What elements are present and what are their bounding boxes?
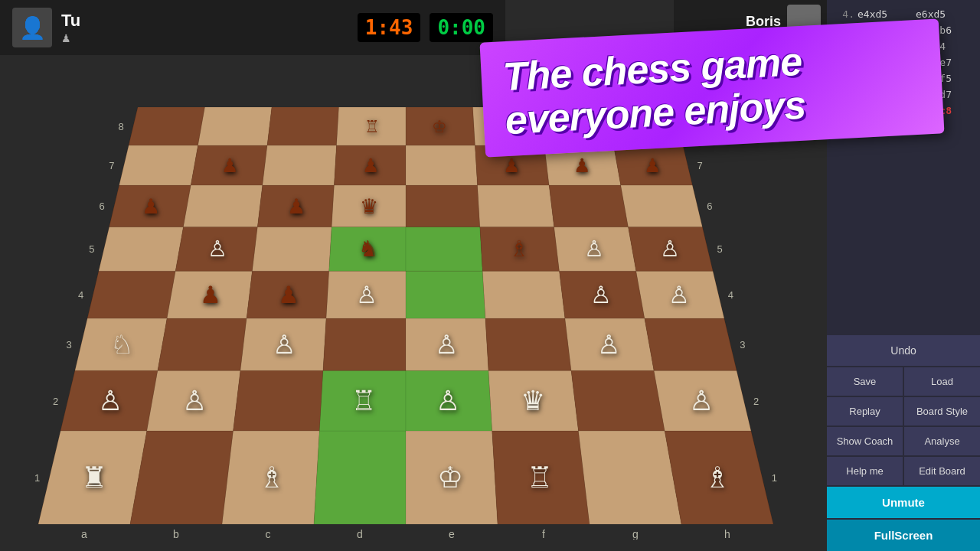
svg-marker-48 xyxy=(621,185,703,227)
svg-text:2: 2 xyxy=(753,396,759,407)
svg-text:b: b xyxy=(173,528,179,540)
svg-text:♟: ♟ xyxy=(278,282,299,308)
svg-text:♙: ♙ xyxy=(668,282,690,308)
svg-text:♙: ♙ xyxy=(207,236,227,261)
fullscreen-button[interactable]: FullScreen xyxy=(827,520,980,551)
svg-text:♟: ♟ xyxy=(287,195,305,218)
svg-marker-42 xyxy=(184,185,263,227)
svg-text:7: 7 xyxy=(109,160,114,171)
move-white[interactable]: e4xd5 xyxy=(858,8,913,20)
svg-marker-11 xyxy=(234,370,323,431)
analyse-button[interactable]: Analyse xyxy=(904,427,980,455)
svg-text:♖: ♖ xyxy=(527,461,553,494)
svg-text:a: a xyxy=(81,528,87,540)
svg-text:e: e xyxy=(449,528,455,540)
svg-text:♔: ♔ xyxy=(432,117,447,136)
svg-text:8: 8 xyxy=(118,121,123,132)
load-button[interactable]: Load xyxy=(904,367,980,396)
svg-text:♞: ♞ xyxy=(358,236,378,261)
svg-text:2: 2 xyxy=(53,396,58,407)
svg-text:3: 3 xyxy=(740,339,745,350)
svg-text:♔: ♔ xyxy=(437,461,463,494)
player-name: Tu xyxy=(61,11,80,31)
svg-text:♜: ♜ xyxy=(81,461,107,494)
svg-marker-20 xyxy=(323,318,406,370)
svg-marker-37 xyxy=(406,227,482,271)
svg-text:♙: ♙ xyxy=(182,386,207,416)
svg-marker-57 xyxy=(129,107,204,145)
svg-text:♛: ♛ xyxy=(521,386,545,416)
svg-text:g: g xyxy=(632,528,639,540)
svg-marker-18 xyxy=(158,318,247,370)
avatar-icon: 👤 xyxy=(19,15,46,41)
replay-boardstyle-row: Replay Board Style xyxy=(827,397,980,425)
svg-marker-7 xyxy=(578,431,681,524)
svg-text:♙: ♙ xyxy=(689,386,714,416)
svg-text:5: 5 xyxy=(89,243,94,255)
svg-marker-51 xyxy=(263,145,337,185)
svg-marker-46 xyxy=(478,185,554,227)
svg-marker-33 xyxy=(99,227,184,271)
player-bar: 👤 Tu ♟ 1:43 0:00 xyxy=(0,0,505,55)
svg-marker-22 xyxy=(485,318,571,370)
svg-marker-24 xyxy=(645,318,737,370)
svg-text:f: f xyxy=(542,528,545,540)
svg-text:♟: ♟ xyxy=(644,155,661,176)
save-button[interactable]: Save xyxy=(827,367,903,396)
undo-button[interactable]: Undo xyxy=(827,335,980,366)
svg-text:♟: ♟ xyxy=(221,155,238,176)
svg-text:♙: ♙ xyxy=(273,331,296,359)
svg-marker-47 xyxy=(549,185,628,227)
help-editboard-row: Help me Edit Board xyxy=(827,457,980,485)
svg-marker-4 xyxy=(314,431,406,524)
svg-text:♖: ♖ xyxy=(364,117,380,136)
coach-analyse-row: Show Coach Analyse xyxy=(827,427,980,455)
svg-text:♙: ♙ xyxy=(660,236,680,261)
svg-text:4: 4 xyxy=(78,289,83,301)
show-coach-button[interactable]: Show Coach xyxy=(827,427,903,455)
svg-marker-53 xyxy=(406,145,478,185)
svg-text:♖: ♖ xyxy=(351,386,376,416)
svg-marker-49 xyxy=(119,145,198,185)
svg-marker-30 xyxy=(482,271,565,318)
promo-banner: The chess game everyone enjoys xyxy=(479,18,944,158)
player-avatar: 👤 xyxy=(12,8,52,47)
svg-text:♙: ♙ xyxy=(590,282,612,308)
svg-text:7: 7 xyxy=(697,160,703,171)
board-style-button[interactable]: Board Style xyxy=(904,397,980,425)
svg-marker-35 xyxy=(252,227,332,271)
svg-text:♘: ♘ xyxy=(110,331,133,359)
edit-board-button[interactable]: Edit Board xyxy=(904,457,980,485)
svg-text:h: h xyxy=(724,528,730,540)
svg-text:3: 3 xyxy=(66,339,71,350)
svg-text:♙: ♙ xyxy=(584,236,604,261)
svg-text:♙: ♙ xyxy=(436,386,460,416)
svg-marker-25 xyxy=(87,271,175,318)
svg-text:1: 1 xyxy=(772,472,777,484)
svg-text:4: 4 xyxy=(728,289,733,301)
svg-text:♙: ♙ xyxy=(356,282,377,308)
button-area: Undo Save Load Replay Board Style Show C… xyxy=(827,335,980,551)
svg-text:♙: ♙ xyxy=(597,331,620,359)
svg-marker-59 xyxy=(267,107,338,145)
svg-text:♟: ♟ xyxy=(362,155,379,176)
replay-button[interactable]: Replay xyxy=(827,397,903,425)
svg-text:♟: ♟ xyxy=(573,155,590,176)
svg-text:♟: ♟ xyxy=(142,195,160,218)
svg-text:c: c xyxy=(266,528,271,540)
svg-text:♙: ♙ xyxy=(98,386,122,416)
svg-text:♟: ♟ xyxy=(503,155,520,176)
help-me-button[interactable]: Help me xyxy=(827,457,903,485)
svg-text:6: 6 xyxy=(100,201,105,212)
svg-text:♗: ♗ xyxy=(259,461,285,494)
unmute-button[interactable]: Unmute xyxy=(827,487,980,518)
svg-marker-15 xyxy=(571,370,665,431)
local-timer: 1:43 xyxy=(358,13,421,42)
player-piece-icon: ♟ xyxy=(61,32,80,44)
svg-text:♗: ♗ xyxy=(704,461,730,494)
svg-text:1: 1 xyxy=(34,472,40,484)
move-number: 4. xyxy=(833,8,854,20)
svg-text:d: d xyxy=(357,528,363,540)
svg-text:6: 6 xyxy=(707,201,712,212)
move-black[interactable]: e6xd5 xyxy=(916,8,971,20)
